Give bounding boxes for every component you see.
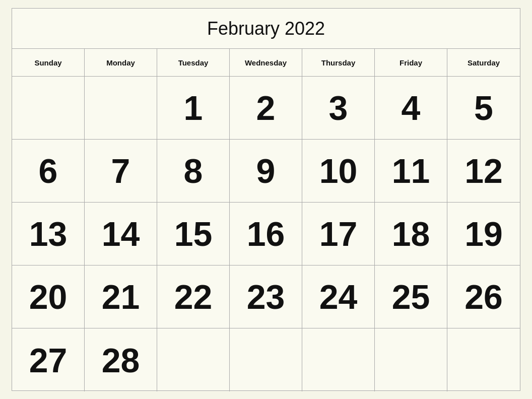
calendar-day-15[interactable]: 15 <box>157 203 230 265</box>
calendar-day-10[interactable]: 10 <box>302 140 375 203</box>
calendar-day-6[interactable]: 6 <box>12 140 85 203</box>
day-header-sunday: Sunday <box>12 49 85 76</box>
calendar-day-9[interactable]: 9 <box>230 140 302 203</box>
calendar-grid: 1234567891011121314151617181920212223242… <box>12 77 520 391</box>
calendar-empty-0-0[interactable] <box>12 77 85 140</box>
day-header-thursday: Thursday <box>302 49 375 76</box>
day-header-tuesday: Tuesday <box>157 49 230 76</box>
day-header-friday: Friday <box>375 49 447 76</box>
calendar-day-21[interactable]: 21 <box>85 265 157 328</box>
calendar-empty-4-3[interactable] <box>230 328 302 391</box>
calendar-day-18[interactable]: 18 <box>375 203 447 265</box>
calendar-day-28[interactable]: 28 <box>85 328 157 391</box>
calendar-day-7[interactable]: 7 <box>85 140 157 203</box>
calendar-day-12[interactable]: 12 <box>447 140 520 203</box>
calendar-day-24[interactable]: 24 <box>302 265 375 328</box>
calendar-header: February 2022 <box>12 9 520 49</box>
calendar-day-4[interactable]: 4 <box>375 77 447 140</box>
calendar-empty-0-1[interactable] <box>85 77 157 140</box>
calendar-day-11[interactable]: 11 <box>375 140 447 203</box>
calendar-day-8[interactable]: 8 <box>157 140 230 203</box>
calendar-day-23[interactable]: 23 <box>230 265 302 328</box>
calendar-day-5[interactable]: 5 <box>447 77 520 140</box>
calendar-day-26[interactable]: 26 <box>447 265 520 328</box>
calendar-day-16[interactable]: 16 <box>230 203 302 265</box>
day-header-saturday: Saturday <box>447 49 520 76</box>
calendar-day-13[interactable]: 13 <box>12 203 85 265</box>
calendar-title: February 2022 <box>207 18 325 39</box>
calendar-empty-4-2[interactable] <box>157 328 230 391</box>
day-header-monday: Monday <box>85 49 157 76</box>
calendar-empty-4-4[interactable] <box>302 328 375 391</box>
calendar-day-19[interactable]: 19 <box>447 203 520 265</box>
calendar-day-3[interactable]: 3 <box>302 77 375 140</box>
calendar-day-1[interactable]: 1 <box>157 77 230 140</box>
calendar-empty-4-6[interactable] <box>447 328 520 391</box>
calendar: February 2022 Sunday Monday Tuesday Wedn… <box>12 8 520 391</box>
calendar-day-17[interactable]: 17 <box>302 203 375 265</box>
calendar-day-22[interactable]: 22 <box>157 265 230 328</box>
calendar-empty-4-5[interactable] <box>375 328 447 391</box>
calendar-day-2[interactable]: 2 <box>230 77 302 140</box>
calendar-day-27[interactable]: 27 <box>12 328 85 391</box>
calendar-day-20[interactable]: 20 <box>12 265 85 328</box>
days-of-week-header: Sunday Monday Tuesday Wednesday Thursday… <box>12 49 520 77</box>
calendar-day-25[interactable]: 25 <box>375 265 447 328</box>
calendar-day-14[interactable]: 14 <box>85 203 157 265</box>
day-header-wednesday: Wednesday <box>230 49 302 76</box>
